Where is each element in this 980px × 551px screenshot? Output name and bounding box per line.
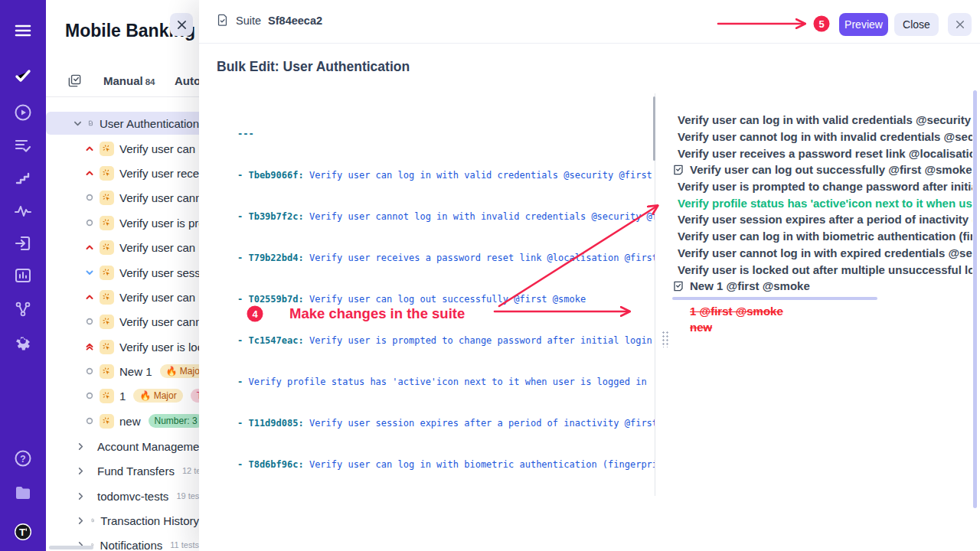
tree-test-row[interactable]: 1🔥 MajorTodo [46,384,199,407]
preview-scrollbar[interactable] [973,90,977,508]
flaky-click-icon [100,340,114,354]
tests-check-icon[interactable] [13,66,33,86]
tree-suite-fund-transfers[interactable]: Fund Transfers12 tests [46,459,199,482]
chevron-right-icon[interactable] [77,442,85,451]
test-label: Verify user cannot log in with expired c… [119,315,199,328]
flaky-click-icon [100,364,114,379]
preview-test-item: Verify user session expires after a peri… [672,211,972,228]
chevron-right-icon[interactable] [77,517,85,525]
tree-test-row[interactable]: Verify user session expires after a peri… [46,261,199,284]
priority-highest-icon [84,342,94,351]
chevron-down-icon[interactable] [74,119,82,128]
branches-icon[interactable] [13,299,33,319]
tree-test-row[interactable]: newNumber: 3 [46,409,199,432]
suite-crumb-id: Sf84eeca2 [268,15,322,27]
runs-play-icon[interactable] [13,103,33,122]
tree-suite-transaction-history[interactable]: Transaction History [46,509,199,532]
editor-line: - Tbeb9066f: Verify user can log in with… [237,168,655,182]
suite-count: 11 tests [170,540,199,549]
preview-test-item: Verify user receives a password reset li… [672,145,972,161]
yaml-bulk-editor[interactable]: --- - Tbeb9066f: Verify user can log in … [237,99,655,497]
chevron-right-icon[interactable] [77,492,85,500]
profile-avatar[interactable]: T [13,522,33,542]
tree-test-row[interactable]: Verify user can log in with valid creden… [46,137,199,160]
tree-test-row[interactable]: Verify user is prompted to change passwo… [46,211,199,234]
projects-folder-icon[interactable] [13,483,33,503]
modal-x-button[interactable] [948,13,972,36]
flaky-click-icon [100,216,114,230]
test-label: Verify user is prompted to change passwo… [119,217,199,230]
steps-icon[interactable] [13,168,33,187]
preview-test-item: Verify user can log in with biometric au… [672,228,972,245]
suite-crumb-label: Suite [236,15,261,27]
tree-test-row[interactable]: New 1🔥 Major [46,360,199,383]
suite-doc-icon [216,14,229,27]
diff-divider [672,297,877,300]
analytics-icon[interactable] [13,266,33,285]
test-label: Verify user cannot log in with invalid c… [119,191,199,204]
close-button[interactable]: Close [894,13,939,36]
bulk-select-icon[interactable] [67,73,82,91]
editor-scrollbar-thumb[interactable] [653,96,655,161]
suite-label: User Authentication [100,117,199,130]
suite-label: Transaction History [100,514,199,527]
preview-test-item: Verify user cannot log in with expired c… [672,245,972,262]
page-title: Bulk Edit: User Authentication [217,59,410,75]
flaky-click-icon [100,290,114,305]
tree-test-row[interactable]: Verify user cannot log in with invalid c… [46,186,199,209]
test-label: 1 [119,390,126,403]
tree-suite-account-management[interactable]: Account Management [46,435,199,458]
editor-line: - T79b22bd4: Verify user receives a pass… [237,251,655,265]
pulse-icon[interactable] [13,201,33,221]
flaky-click-icon [100,240,114,255]
menu-icon[interactable] [13,21,33,41]
preview-removed-item: 1 @first @smoke [672,303,972,319]
suite-label: todomvc-tests [97,490,168,503]
preview-button[interactable]: Preview [839,13,888,36]
priority-normal-icon [84,317,94,326]
drawer-close-button[interactable] [170,13,193,36]
editor-line: - T8d6bf96c: Verify user can log in with… [237,458,655,471]
help-icon[interactable]: ? [13,448,33,468]
tree-folder-todomvc-tests[interactable]: todomvc-tests19 tests [46,484,199,507]
test-label: Verify user is locked out after multiple… [119,341,199,354]
priority-high-icon [84,144,94,153]
tab-automated-label: Automated [175,74,199,87]
tree-test-row[interactable]: Verify user can log in with biometric au… [46,285,199,308]
pane-resize-handle[interactable] [662,331,669,347]
test-plans-icon[interactable] [13,135,33,155]
tree-test-row[interactable]: Verify user can log out successfully [46,236,199,259]
preview-test-item: Verify user is prompted to change passwo… [672,178,972,195]
svg-text:?: ? [20,454,25,465]
preview-test-item: Verify user can log out successfully @fi… [672,161,972,178]
bulk-edit-modal: Suite Sf84eeca2 Preview Close Bulk Edit:… [199,0,980,551]
priority-high-icon [84,243,94,252]
chevron-right-icon[interactable] [77,467,85,475]
import-icon[interactable] [13,233,33,253]
editor-line: - Tb39b7f2c: Verify user cannot log in w… [237,210,655,223]
test-label: Verify user can log in with biometric au… [119,291,199,304]
test-label: Verify user session expires after a peri… [119,266,199,279]
view-tabs: Manual84 Automated [46,70,199,97]
suite-label: Fund Transfers [97,465,175,478]
tab-manual[interactable]: Manual84 [103,74,155,87]
suite-label: Account Management [97,440,199,453]
tree-test-row[interactable]: Verify user receives a password reset li… [46,161,199,184]
flaky-click-icon [100,414,114,429]
tree-suite-user-authentication[interactable]: User Authentication [46,112,199,135]
priority-high-icon [84,168,94,178]
tree-test-row[interactable]: Verify user is locked out after multiple… [46,335,199,358]
test-label: Verify user receives a password reset li… [119,167,199,180]
test-label: new [119,415,141,428]
flaky-click-icon [100,315,114,329]
editor-line: - Verify profile status has 'active'icon… [237,375,655,389]
tree-test-row[interactable]: Verify user cannot log in with expired c… [46,310,199,333]
editor-line: - Tc1547eac: Verify user is prompted to … [237,334,655,347]
app-sidebar: ? T [0,0,46,551]
tab-automated[interactable]: Automated [175,74,199,87]
horizontal-scrollbar[interactable] [49,546,93,549]
preview-test-item: Verify user can log in with valid creden… [672,112,972,129]
suite-count: 19 tests [176,491,199,500]
settings-gear-icon[interactable] [13,334,33,354]
test-label: Verify user can log in with valid creden… [119,142,199,155]
